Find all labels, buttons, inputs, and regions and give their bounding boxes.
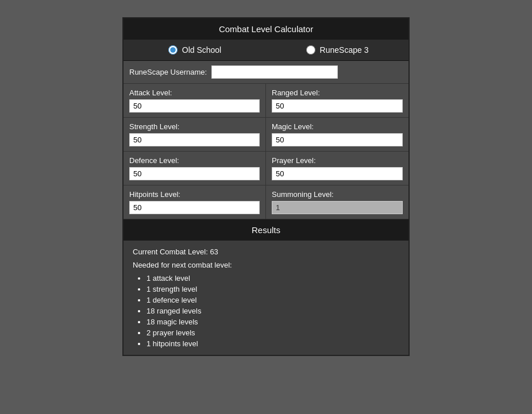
needed-label: Needed for next combat level: [133,261,399,269]
strength-input[interactable] [129,133,260,146]
magic-cell: Magic Level: [266,118,408,152]
hitpoints-cell: Hitpoints Level: [124,185,266,219]
runescape3-option[interactable]: RuneScape 3 [266,40,408,60]
results-header-label: Results [252,225,280,235]
list-item: 18 ranged levels [147,307,399,315]
current-level-text: Current Combat Level: 63 [133,247,399,256]
old-school-option[interactable]: Old School [124,40,266,60]
needed-list: 1 attack level 1 strength level 1 defenc… [133,274,399,348]
summoning-cell: Summoning Level: [266,185,408,219]
list-item: 18 magic levels [147,318,399,326]
hitpoints-input[interactable] [129,201,260,214]
ranged-label: Ranged Level: [272,88,403,97]
old-school-label: Old School [182,45,221,55]
username-input[interactable] [211,65,338,79]
summoning-label: Summoning Level: [272,190,403,199]
defence-cell: Defence Level: [124,152,266,185]
list-item: 1 strength level [147,285,399,293]
list-item: 1 attack level [147,274,399,283]
list-item: 1 hitpoints level [147,339,399,348]
results-body: Current Combat Level: 63 Needed for next… [124,241,408,355]
attack-cell: Attack Level: [124,84,266,118]
magic-label: Magic Level: [272,122,403,131]
prayer-label: Prayer Level: [272,156,403,165]
attack-input[interactable] [129,99,260,113]
calculator-container: Combat Level Calculator Old School RuneS… [122,17,410,356]
ranged-cell: Ranged Level: [266,84,408,118]
list-item: 2 prayer levels [147,328,399,337]
runescape3-label: RuneScape 3 [320,45,369,55]
mode-selector: Old School RuneScape 3 [124,40,408,61]
username-label: RuneScape Username: [129,68,207,76]
magic-input[interactable] [272,133,403,146]
fields-grid: Attack Level: Ranged Level: Strength Lev… [124,84,408,219]
old-school-radio[interactable] [168,45,178,55]
username-row: RuneScape Username: [124,61,408,84]
strength-label: Strength Level: [129,122,260,131]
ranged-input[interactable] [272,99,403,113]
calculator-header: Combat Level Calculator [124,18,408,40]
attack-label: Attack Level: [129,88,260,97]
hitpoints-label: Hitpoints Level: [129,190,260,199]
runescape3-radio[interactable] [306,45,315,55]
defence-input[interactable] [129,167,260,180]
header-title: Combat Level Calculator [219,24,313,34]
results-header: Results [124,219,408,241]
prayer-cell: Prayer Level: [266,152,408,185]
strength-cell: Strength Level: [124,118,266,152]
prayer-input[interactable] [272,167,403,180]
list-item: 1 defence level [147,296,399,304]
defence-label: Defence Level: [129,156,260,165]
summoning-input [272,201,403,214]
